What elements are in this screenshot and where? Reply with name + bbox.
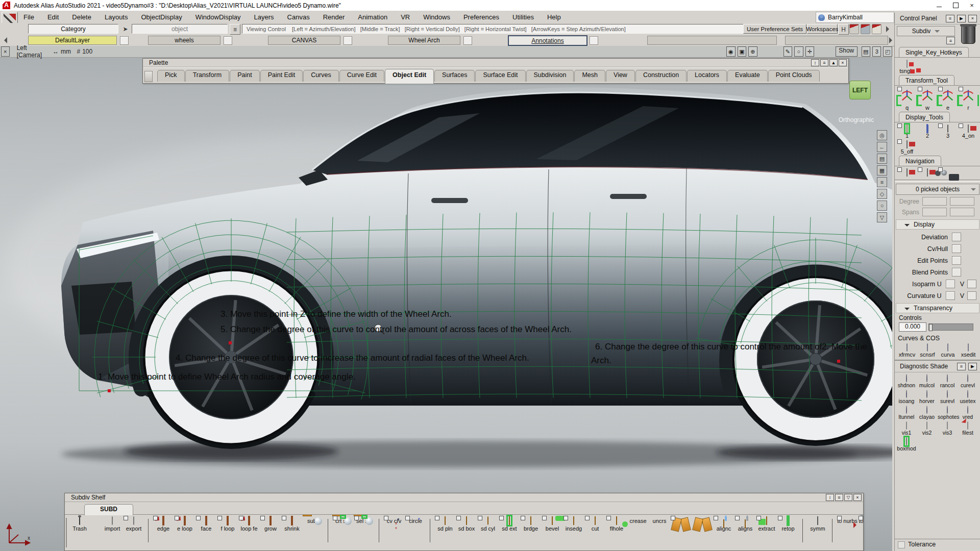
menu-item[interactable]: Utilities: [512, 13, 534, 21]
shelf-close-icon[interactable]: ×: [853, 494, 862, 501]
palette-tab[interactable]: Evaluate: [727, 70, 768, 82]
shelf-tool[interactable]: export: [123, 517, 144, 532]
shelf-tool[interactable]: f loop: [217, 517, 238, 532]
menu-item[interactable]: Windows: [423, 13, 450, 21]
shelf-tool[interactable]: cv crv: [383, 517, 405, 524]
diagnostic-shade-tool[interactable]: vis2: [917, 422, 937, 436]
display-tool[interactable]: 1: [898, 125, 916, 139]
transform-tool[interactable]: r: [959, 88, 977, 111]
menu-item[interactable]: Animation: [358, 13, 387, 21]
shelf-tool[interactable]: grow: [260, 517, 281, 532]
shelf-tool[interactable]: retop: [777, 517, 799, 532]
subdiv-selector[interactable]: Subdiv: [897, 26, 955, 36]
menu-item[interactable]: ObjectDisplay: [141, 13, 182, 21]
transparency-value-field[interactable]: 0.000: [899, 322, 926, 332]
diagnostic-shade-tool[interactable]: mulcol: [917, 374, 937, 388]
layer-chip[interactable]: DefaultLayer: [28, 36, 117, 45]
shelf-tool[interactable]: crease: [627, 517, 649, 524]
transform-tool[interactable]: w: [918, 88, 937, 111]
palette-tab[interactable]: Surfaces: [434, 70, 475, 82]
palette-tab[interactable]: Object Edit: [385, 69, 434, 84]
tab-transform-tool[interactable]: Transform_Tool: [899, 75, 954, 85]
shelf-tool[interactable]: to mesh: [858, 517, 863, 524]
diagnostic-shade-tool[interactable]: vred: [958, 406, 977, 420]
tool-checkbox-icon[interactable]: [124, 516, 128, 520]
display-tool[interactable]: 3: [939, 125, 957, 139]
curves-cos-tool[interactable]: curva: [939, 344, 957, 358]
diagnostic-shade-tool[interactable]: vis3: [938, 422, 957, 436]
curvature-v-field[interactable]: [967, 291, 976, 300]
grid-tool-icon[interactable]: ▦: [877, 165, 887, 176]
tool-checkbox-icon[interactable]: [260, 516, 265, 520]
panel-list-icon[interactable]: ≡: [946, 37, 955, 44]
tool-checkbox-icon[interactable]: [756, 516, 761, 520]
menu-item[interactable]: Delete: [72, 13, 91, 21]
degree-field-v[interactable]: [950, 197, 974, 206]
tool-checkbox-icon[interactable]: [585, 516, 590, 520]
display-option-checkbox[interactable]: [952, 268, 961, 277]
layer-chip-empty[interactable]: [785, 36, 888, 45]
layout-corner-icon[interactable]: ◰: [883, 46, 892, 57]
palette-tab[interactable]: Construction: [635, 70, 687, 82]
palette-tab[interactable]: Paint: [230, 70, 260, 82]
viewport-close-icon[interactable]: ×: [1, 46, 10, 57]
navigation-tool[interactable]: [939, 169, 957, 177]
shelf-menu-icon[interactable]: ≡: [835, 494, 843, 501]
shelf-tab-subd[interactable]: SUBD: [84, 504, 133, 515]
tool-checkbox-icon[interactable]: [405, 516, 410, 520]
category-field[interactable]: Category: [28, 24, 118, 34]
layer-checkbox[interactable]: [463, 36, 472, 45]
tab-single-key-hotkeys[interactable]: Single_Key_Hotkeys: [899, 47, 969, 57]
display-section-header[interactable]: Display: [896, 219, 979, 230]
navigation-tool[interactable]: [918, 169, 937, 177]
tool-checkbox-icon[interactable]: [456, 516, 461, 520]
tool-checkbox-icon[interactable]: [333, 516, 337, 520]
camera-icon[interactable]: ◉: [726, 46, 735, 57]
tab-display-tools[interactable]: Display_Tools: [899, 112, 950, 122]
shelf-tool[interactable]: symm: [807, 517, 828, 532]
tool-checkbox-icon[interactable]: [499, 516, 504, 520]
shelf-tool[interactable]: loop fe: [238, 517, 260, 532]
display-option-checkbox[interactable]: [952, 256, 961, 265]
back-arrow-icon[interactable]: ←: [877, 142, 887, 152]
palette-title-bar[interactable]: Palette ↕ ≡ ▲ ×: [143, 59, 848, 67]
user-account[interactable]: BarryKimball: [816, 12, 894, 23]
palette-resize-icon[interactable]: ↕: [811, 59, 819, 66]
shelf-tool[interactable]: sd pln: [434, 517, 456, 532]
shelf-tool[interactable]: edge: [153, 517, 174, 532]
palette-tab[interactable]: Point Clouds: [768, 70, 820, 82]
curves-cos-tool[interactable]: xfrmcv: [898, 344, 916, 358]
menu-item[interactable]: Render: [323, 13, 345, 21]
palette-tab[interactable]: Curves: [303, 70, 339, 82]
tool-checkbox-icon[interactable]: [217, 516, 222, 520]
minimize-button[interactable]: [931, 1, 947, 11]
degree-field-u[interactable]: [922, 197, 947, 206]
navigation-tool[interactable]: [898, 169, 916, 177]
tool-checkbox-icon[interactable]: [564, 516, 568, 520]
maximize-button[interactable]: [947, 1, 964, 11]
diagnostic-shade-tool[interactable]: ltunnel: [897, 406, 916, 420]
layer-chip[interactable]: wheels: [148, 36, 220, 45]
video-camera-icon[interactable]: ▣: [738, 46, 746, 57]
menu-item[interactable]: Edit: [47, 13, 59, 21]
shelf-tool[interactable]: e loop: [174, 517, 195, 532]
diagnostic-arrow-icon[interactable]: ▶: [968, 363, 977, 370]
menu-item[interactable]: Preferences: [463, 13, 499, 21]
display-option-checkbox[interactable]: [952, 244, 961, 253]
zoom-tool-icon[interactable]: ◎: [877, 130, 887, 140]
display-tool[interactable]: 2: [918, 125, 937, 139]
palette-tab[interactable]: Paint Edit: [260, 70, 303, 82]
list-tool-icon[interactable]: ≡: [877, 177, 887, 187]
tool-checkbox-icon[interactable]: [542, 516, 547, 520]
shelf-collapse-icon[interactable]: ▽: [844, 494, 852, 501]
shelf-tool[interactable]: sd box: [456, 517, 477, 532]
spans-field-u[interactable]: [922, 208, 947, 216]
layer-chip-empty[interactable]: [647, 36, 777, 45]
picked-objects-dropdown[interactable]: 0 picked objects: [896, 184, 979, 195]
paint-workspace-icon[interactable]: [849, 24, 859, 34]
layer-chip[interactable]: Annotations: [508, 35, 587, 46]
shelf-tool[interactable]: flhole: [606, 517, 627, 532]
tool-checkbox-icon[interactable]: [239, 516, 243, 520]
layer-checkbox[interactable]: [120, 36, 129, 45]
display-tool[interactable]: 5_off: [898, 141, 916, 155]
